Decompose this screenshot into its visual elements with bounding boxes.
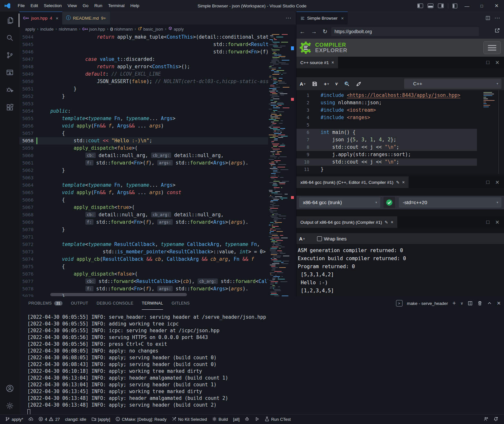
- maximize-pane-icon[interactable]: □: [486, 179, 489, 185]
- cmake-status-item[interactable]: CMake: [Debug]: Ready: [113, 415, 169, 424]
- code-line[interactable]: 5053: [19, 100, 268, 108]
- code-line[interactable]: 11}: [296, 166, 477, 173]
- open-external-icon[interactable]: [494, 28, 500, 35]
- toggle-sidebar-icon[interactable]: [417, 4, 423, 8]
- code-line[interactable]: 5078 f: std::forward<Fn>(f), args: std::…: [19, 285, 268, 293]
- git-branch-item[interactable]: apply*: [3, 415, 26, 424]
- compiler-explorer-logo[interactable]: COMPILER EXPLORER: [296, 41, 347, 54]
- breadcrumb-method-apply[interactable]: apply: [168, 26, 184, 32]
- forward-icon[interactable]: →: [308, 28, 320, 35]
- split-terminal-icon[interactable]: [468, 301, 473, 306]
- code-line[interactable]: 5047 case value_t::discarded:: [19, 56, 268, 63]
- build-target-item[interactable]: [all]: [230, 415, 242, 424]
- panel-tab-debug-console[interactable]: DEBUG CONSOLE: [97, 297, 133, 310]
- cppinsights-icon[interactable]: [341, 81, 353, 87]
- close-panel-icon[interactable]: ✕: [497, 300, 501, 306]
- compiler-pane-tab[interactable]: x86-64 gcc (trunk) (C++, Editor #1, Comp…: [296, 176, 409, 188]
- code-line[interactable]: 5066 {: [19, 196, 268, 204]
- code-line[interactable]: 5077 cb: std::forward<ResultCallback>(cb…: [19, 278, 268, 285]
- remote-explorer-item[interactable]: [481, 415, 491, 424]
- breadcrumb-basic-json[interactable]: basic_json: [138, 26, 163, 32]
- code-line[interactable]: 5076 apply_dispatch<false>(: [19, 270, 268, 278]
- maximize-pane-icon[interactable]: □: [486, 219, 489, 225]
- code-line[interactable]: 5052 }: [19, 93, 268, 100]
- reload-icon[interactable]: ↻: [320, 28, 330, 35]
- explorer-icon[interactable]: [0, 12, 19, 29]
- code-line[interactable]: 5070 }: [19, 226, 268, 233]
- wrap-lines-checkbox[interactable]: [317, 236, 322, 241]
- terminal-output[interactable]: [2022-04-30 06:05:55] INFO: serve_header…: [19, 310, 504, 414]
- panel-tab-problems[interactable]: PROBLEMS31: [28, 297, 63, 310]
- launch-target-item[interactable]: [252, 415, 262, 424]
- code-line[interactable]: 4#include <ranges>: [296, 114, 477, 121]
- minimap[interactable]: [268, 33, 289, 297]
- hamburger-menu-icon[interactable]: [483, 41, 501, 54]
- menu-run[interactable]: Run: [92, 0, 105, 12]
- code-line[interactable]: 5075 {: [19, 263, 268, 270]
- code-line[interactable]: 5048 return apply_error<ConstThis>();: [19, 63, 268, 71]
- breadcrumb-nlohmann[interactable]: nlohmann: [59, 27, 77, 32]
- editor-more-actions-icon[interactable]: ⋯: [281, 12, 296, 24]
- clangd-status-item[interactable]: clangd: idle: [63, 415, 89, 424]
- code-line[interactable]: 5056 void apply(Fn&& f, Args&& ... args): [19, 122, 268, 130]
- cmake-folder-item[interactable]: [apply]: [89, 415, 113, 424]
- cmake-panel-icon[interactable]: [0, 64, 19, 81]
- code-line[interactable]: 5045 std::forward<ResultCallback>: [19, 41, 268, 48]
- code-line[interactable]: 5049 default: // LCOV_EXCL_LINE: [19, 71, 268, 78]
- breadcrumb-json-hpp[interactable]: C++json.hpp: [82, 27, 105, 32]
- code-line[interactable]: 5062 }: [19, 167, 268, 174]
- language-select[interactable]: C++▾: [404, 79, 501, 89]
- code-line[interactable]: 5061 f: std::forward<Fn>(f), args: std::…: [19, 159, 268, 167]
- code-line[interactable]: 5064 template<typename Fn, typename... A…: [19, 182, 268, 189]
- close-window-button[interactable]: ✕: [489, 0, 504, 12]
- maximize-pane-icon[interactable]: □: [486, 60, 489, 65]
- extensions-icon[interactable]: [0, 99, 19, 116]
- code-line[interactable]: 5060 cb: detail::null_arg, cb_arg: detai…: [19, 152, 268, 159]
- code-editor[interactable]: 5044 return apply_make_tuple<ConstThis>(…: [19, 33, 268, 297]
- menu-go[interactable]: Go: [80, 0, 92, 12]
- rename-pane-icon[interactable]: ✎: [385, 220, 388, 225]
- code-line[interactable]: 5059 apply_dispatch<false>(: [19, 145, 268, 152]
- tab-readme-md[interactable]: ⓘ README.md 9+: [62, 12, 110, 24]
- close-tab-icon[interactable]: ×: [56, 16, 58, 21]
- breadcrumb-namespace-nlohmann[interactable]: {}nlohmann: [110, 27, 133, 32]
- code-line[interactable]: 5: [296, 121, 477, 129]
- code-line[interactable]: 5050 JSON_ASSERT(false); // NOLINT(cert-…: [19, 78, 268, 85]
- quickbench-icon[interactable]: [353, 81, 365, 87]
- notifications-item[interactable]: [491, 415, 501, 424]
- code-line[interactable]: 3#include <iostream>: [296, 107, 477, 114]
- source-control-icon[interactable]: [0, 46, 19, 64]
- compiler-options-input[interactable]: -std=c++20▾: [399, 197, 501, 208]
- maximize-panel-icon[interactable]: [487, 301, 492, 306]
- split-editor-icon[interactable]: [485, 15, 490, 21]
- code-line[interactable]: 9 j.apply(std::ranges::sort);: [296, 151, 477, 158]
- code-line[interactable]: 6int main() {: [296, 129, 477, 136]
- run-and-debug-icon[interactable]: [0, 81, 19, 99]
- customize-layout-icon[interactable]: [452, 4, 457, 8]
- code-line[interactable]: 5071: [19, 233, 268, 241]
- menu-file[interactable]: File: [15, 0, 28, 12]
- menu-help[interactable]: Help: [127, 0, 142, 12]
- code-line[interactable]: 5054 public:: [19, 108, 268, 115]
- code-line[interactable]: 2using nlohmann::json;: [296, 99, 477, 107]
- breadcrumb-include[interactable]: include: [40, 27, 53, 32]
- accounts-icon[interactable]: [0, 380, 19, 397]
- minimize-button[interactable]: —: [460, 0, 474, 12]
- source-editor-minimap[interactable]: [483, 92, 498, 128]
- menu-terminal[interactable]: Terminal: [105, 0, 127, 12]
- kill-terminal-icon[interactable]: [477, 301, 482, 306]
- code-line[interactable]: 5068 cb: detail::null_arg, cb_arg: detai…: [19, 211, 268, 219]
- code-line[interactable]: 5057 {: [19, 130, 268, 137]
- terminal-dropdown-icon[interactable]: ∨: [460, 301, 463, 306]
- vim-mode-icon[interactable]: v: [332, 80, 341, 87]
- code-line[interactable]: 5058 std::cout << "Hello :-)\n";: [19, 137, 268, 145]
- code-line[interactable]: 8 std::cout << j << "\n";: [296, 144, 477, 151]
- close-pane-icon[interactable]: ✕: [495, 60, 499, 66]
- new-terminal-icon[interactable]: +: [452, 300, 456, 307]
- compiler-select[interactable]: x86-64 gcc (trunk)▾: [299, 197, 380, 208]
- publish-changes-item[interactable]: [26, 415, 36, 424]
- code-line[interactable]: 5044 return apply_make_tuple<ConstThis>(…: [19, 33, 268, 41]
- close-pane-icon[interactable]: ✕: [495, 179, 499, 185]
- close-pane-icon[interactable]: ×: [391, 220, 393, 225]
- back-icon[interactable]: ←: [296, 28, 308, 35]
